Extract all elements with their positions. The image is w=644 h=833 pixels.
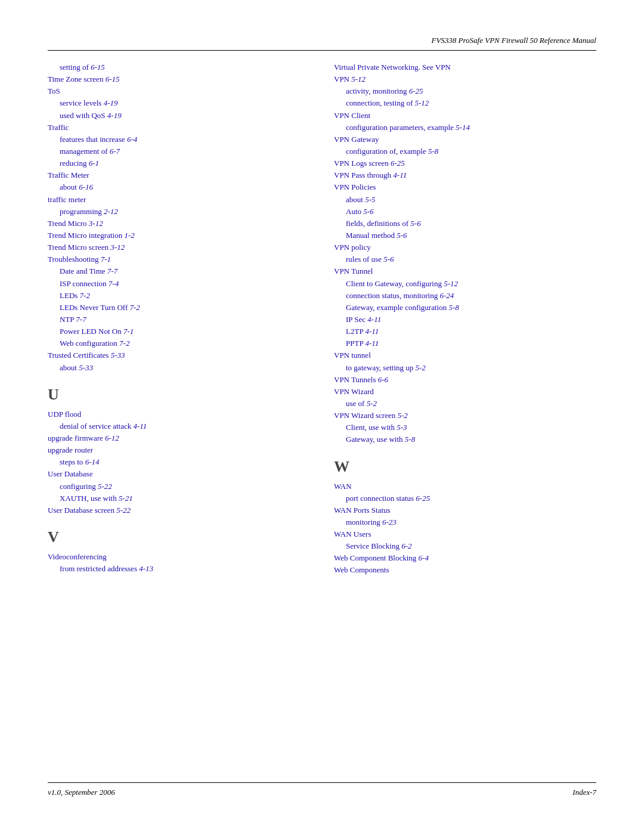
index-entry[interactable]: IP Sec 4-11 <box>334 314 596 326</box>
index-entry[interactable]: VPN Wizard screen 5-2 <box>334 410 596 422</box>
index-entry[interactable]: LEDs 7-2 <box>48 290 310 302</box>
index-entry[interactable]: NTP 7-7 <box>48 314 310 326</box>
right-column: Virtual Private Networking. See VPNVPN 5… <box>334 61 596 782</box>
index-entry[interactable]: Time Zone screen 6-15 <box>48 73 310 85</box>
index-entry[interactable]: management of 6-7 <box>48 145 310 157</box>
index-entry[interactable]: VPN Tunnels 6-6 <box>334 374 596 386</box>
index-entry[interactable]: traffic meter <box>48 194 310 206</box>
index-entry[interactable]: features that increase 6-4 <box>48 134 310 145</box>
index-entry[interactable]: WAN Ports Status <box>334 504 596 516</box>
index-entry[interactable]: Gateway, use with 5-8 <box>334 433 596 445</box>
index-entry[interactable]: VPN Policies <box>334 181 596 193</box>
index-entry[interactable]: User Database screen 5-22 <box>48 504 310 516</box>
index-entry[interactable]: PPTP 4-11 <box>334 337 596 349</box>
index-entry[interactable]: VPN 5-12 <box>334 73 596 85</box>
section-letter-w: W <box>334 458 596 476</box>
index-entry[interactable]: LEDs Never Turn Off 7-2 <box>48 302 310 314</box>
index-entry[interactable]: monitoring 6-23 <box>334 516 596 528</box>
header-title: FVS338 ProSafe VPN Firewall 50 Reference… <box>431 36 596 45</box>
index-entry[interactable]: programming 2-12 <box>48 206 310 218</box>
index-entry[interactable]: activity, monitoring 6-25 <box>334 85 596 97</box>
index-entry[interactable]: Auto 5-6 <box>334 206 596 218</box>
footer-page: Index-7 <box>572 788 596 797</box>
index-content: setting of 6-15Time Zone screen 6-15ToSs… <box>48 61 596 782</box>
index-entry[interactable]: Power LED Not On 7-1 <box>48 326 310 337</box>
index-entry[interactable]: XAUTH, use with 5-21 <box>48 493 310 504</box>
index-entry[interactable]: configuration parameters, example 5-14 <box>334 122 596 134</box>
index-entry[interactable]: connection, testing of 5-12 <box>334 97 596 109</box>
index-entry[interactable]: VPN Wizard <box>334 386 596 398</box>
index-entry[interactable]: VPN Pass through 4-11 <box>334 169 596 181</box>
index-entry[interactable]: steps to 6-14 <box>48 456 310 468</box>
footer-version: v1.0, September 2006 <box>48 788 115 797</box>
index-entry[interactable]: Web Component Blocking 6-4 <box>334 552 596 564</box>
page-footer: v1.0, September 2006 Index-7 <box>48 782 596 797</box>
index-entry[interactable]: Web Components <box>334 564 596 576</box>
index-entry[interactable]: configuring 5-22 <box>48 481 310 493</box>
index-entry[interactable]: VPN Logs screen 6-25 <box>334 157 596 169</box>
section-letter-u: U <box>48 386 310 404</box>
index-entry[interactable]: upgrade firmware 6-12 <box>48 432 310 444</box>
index-entry[interactable]: ToS <box>48 85 310 97</box>
index-entry[interactable]: configuration of, example 5-8 <box>334 145 596 157</box>
index-entry[interactable]: VPN Gateway <box>334 134 596 145</box>
index-entry[interactable]: Client, use with 5-3 <box>334 422 596 433</box>
index-entry[interactable]: Gateway, example configuration 5-8 <box>334 302 596 314</box>
index-entry[interactable]: fields, definitions of 5-6 <box>334 218 596 230</box>
page: FVS338 ProSafe VPN Firewall 50 Reference… <box>0 0 644 833</box>
index-entry[interactable]: Videoconferencing <box>48 551 310 563</box>
index-entry[interactable]: VPN policy <box>334 241 596 253</box>
index-entry[interactable]: port connection status 6-25 <box>334 493 596 504</box>
index-entry[interactable]: from restricted addresses 4-13 <box>48 563 310 575</box>
index-entry[interactable]: Traffic <box>48 122 310 134</box>
index-entry[interactable]: Trend Micro screen 3-12 <box>48 241 310 253</box>
index-entry[interactable]: Traffic Meter <box>48 169 310 181</box>
index-entry[interactable]: to gateway, setting up 5-2 <box>334 362 596 374</box>
index-entry[interactable]: connection status, monitoring 6-24 <box>334 290 596 302</box>
index-entry[interactable]: VPN Tunnel <box>334 265 596 277</box>
index-entry[interactable]: WAN Users <box>334 528 596 540</box>
index-entry[interactable]: use of 5-2 <box>334 398 596 410</box>
index-entry[interactable]: Service Blocking 6-2 <box>334 540 596 552</box>
index-entry[interactable]: Virtual Private Networking. See VPN <box>334 61 596 73</box>
index-entry[interactable]: Trend Micro 3-12 <box>48 218 310 230</box>
index-entry[interactable]: Web configuration 7-2 <box>48 337 310 349</box>
index-entry[interactable]: setting of 6-15 <box>48 61 310 73</box>
section-letter-v: V <box>48 528 310 546</box>
index-entry[interactable]: service levels 4-19 <box>48 97 310 109</box>
index-entry[interactable]: WAN <box>334 481 596 493</box>
index-entry[interactable]: used with QoS 4-19 <box>48 110 310 122</box>
index-entry[interactable]: Date and Time 7-7 <box>48 265 310 277</box>
index-entry[interactable]: reducing 6-1 <box>48 157 310 169</box>
index-entry[interactable]: UDP flood <box>48 408 310 420</box>
index-entry[interactable]: User Database <box>48 468 310 480</box>
index-entry[interactable]: Troubleshooting 7-1 <box>48 253 310 265</box>
index-entry[interactable]: ISP connection 7-4 <box>48 278 310 290</box>
index-entry[interactable]: VPN Client <box>334 110 596 122</box>
index-entry[interactable]: about 5-5 <box>334 194 596 206</box>
index-entry[interactable]: L2TP 4-11 <box>334 326 596 337</box>
index-entry[interactable]: Trend Micro integration 1-2 <box>48 230 310 241</box>
index-entry[interactable]: Trusted Certificates 5-33 <box>48 349 310 361</box>
index-entry[interactable]: about 5-33 <box>48 362 310 374</box>
index-entry[interactable]: VPN tunnel <box>334 349 596 361</box>
index-entry[interactable]: rules of use 5-6 <box>334 253 596 265</box>
index-entry[interactable]: upgrade router <box>48 444 310 456</box>
index-entry[interactable]: Client to Gateway, configuring 5-12 <box>334 278 596 290</box>
index-entry[interactable]: Manual method 5-6 <box>334 230 596 241</box>
page-header: FVS338 ProSafe VPN Firewall 50 Reference… <box>48 36 596 51</box>
index-entry[interactable]: about 6-16 <box>48 181 310 193</box>
left-column: setting of 6-15Time Zone screen 6-15ToSs… <box>48 61 310 782</box>
index-entry[interactable]: denial of service attack 4-11 <box>48 420 310 432</box>
